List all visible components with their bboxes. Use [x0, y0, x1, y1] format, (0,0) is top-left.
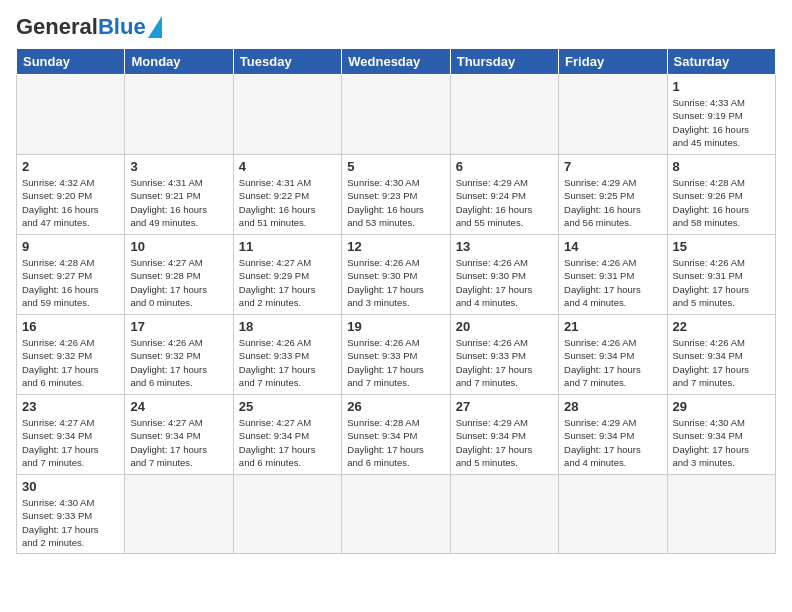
- calendar-day-cell: [559, 475, 667, 554]
- day-info: Sunrise: 4:27 AM Sunset: 9:34 PM Dayligh…: [239, 416, 336, 469]
- day-info: Sunrise: 4:29 AM Sunset: 9:25 PM Dayligh…: [564, 176, 661, 229]
- day-info: Sunrise: 4:27 AM Sunset: 9:29 PM Dayligh…: [239, 256, 336, 309]
- column-header-wednesday: Wednesday: [342, 49, 450, 75]
- logo: GeneralBlue: [16, 16, 162, 38]
- calendar-day-cell: 23Sunrise: 4:27 AM Sunset: 9:34 PM Dayli…: [17, 395, 125, 475]
- day-info: Sunrise: 4:30 AM Sunset: 9:34 PM Dayligh…: [673, 416, 770, 469]
- day-number: 19: [347, 319, 444, 334]
- day-number: 24: [130, 399, 227, 414]
- day-info: Sunrise: 4:29 AM Sunset: 9:34 PM Dayligh…: [564, 416, 661, 469]
- day-number: 26: [347, 399, 444, 414]
- calendar-day-cell: 8Sunrise: 4:28 AM Sunset: 9:26 PM Daylig…: [667, 155, 775, 235]
- calendar-day-cell: 29Sunrise: 4:30 AM Sunset: 9:34 PM Dayli…: [667, 395, 775, 475]
- calendar-day-cell: 9Sunrise: 4:28 AM Sunset: 9:27 PM Daylig…: [17, 235, 125, 315]
- logo-blue: Blue: [98, 14, 146, 39]
- calendar-day-cell: 25Sunrise: 4:27 AM Sunset: 9:34 PM Dayli…: [233, 395, 341, 475]
- day-info: Sunrise: 4:26 AM Sunset: 9:30 PM Dayligh…: [456, 256, 553, 309]
- calendar-day-cell: [233, 475, 341, 554]
- day-info: Sunrise: 4:32 AM Sunset: 9:20 PM Dayligh…: [22, 176, 119, 229]
- calendar-day-cell: [667, 475, 775, 554]
- day-info: Sunrise: 4:26 AM Sunset: 9:32 PM Dayligh…: [22, 336, 119, 389]
- day-number: 20: [456, 319, 553, 334]
- day-info: Sunrise: 4:26 AM Sunset: 9:32 PM Dayligh…: [130, 336, 227, 389]
- day-number: 23: [22, 399, 119, 414]
- calendar-day-cell: 14Sunrise: 4:26 AM Sunset: 9:31 PM Dayli…: [559, 235, 667, 315]
- calendar-day-cell: [450, 75, 558, 155]
- calendar-day-cell: 2Sunrise: 4:32 AM Sunset: 9:20 PM Daylig…: [17, 155, 125, 235]
- day-number: 3: [130, 159, 227, 174]
- day-number: 9: [22, 239, 119, 254]
- day-number: 18: [239, 319, 336, 334]
- calendar-day-cell: 6Sunrise: 4:29 AM Sunset: 9:24 PM Daylig…: [450, 155, 558, 235]
- calendar-day-cell: 21Sunrise: 4:26 AM Sunset: 9:34 PM Dayli…: [559, 315, 667, 395]
- day-number: 2: [22, 159, 119, 174]
- calendar-week-row: 30Sunrise: 4:30 AM Sunset: 9:33 PM Dayli…: [17, 475, 776, 554]
- day-number: 28: [564, 399, 661, 414]
- calendar-week-row: 16Sunrise: 4:26 AM Sunset: 9:32 PM Dayli…: [17, 315, 776, 395]
- calendar-day-cell: 26Sunrise: 4:28 AM Sunset: 9:34 PM Dayli…: [342, 395, 450, 475]
- column-header-thursday: Thursday: [450, 49, 558, 75]
- day-info: Sunrise: 4:26 AM Sunset: 9:33 PM Dayligh…: [239, 336, 336, 389]
- day-number: 21: [564, 319, 661, 334]
- day-info: Sunrise: 4:26 AM Sunset: 9:31 PM Dayligh…: [673, 256, 770, 309]
- calendar-day-cell: 10Sunrise: 4:27 AM Sunset: 9:28 PM Dayli…: [125, 235, 233, 315]
- day-info: Sunrise: 4:27 AM Sunset: 9:34 PM Dayligh…: [22, 416, 119, 469]
- day-info: Sunrise: 4:33 AM Sunset: 9:19 PM Dayligh…: [673, 96, 770, 149]
- logo-triangle-icon: [148, 16, 162, 38]
- day-info: Sunrise: 4:31 AM Sunset: 9:22 PM Dayligh…: [239, 176, 336, 229]
- day-number: 27: [456, 399, 553, 414]
- column-header-monday: Monday: [125, 49, 233, 75]
- calendar-day-cell: 15Sunrise: 4:26 AM Sunset: 9:31 PM Dayli…: [667, 235, 775, 315]
- day-number: 15: [673, 239, 770, 254]
- logo-text: GeneralBlue: [16, 16, 146, 38]
- day-number: 1: [673, 79, 770, 94]
- day-info: Sunrise: 4:26 AM Sunset: 9:33 PM Dayligh…: [456, 336, 553, 389]
- day-info: Sunrise: 4:27 AM Sunset: 9:28 PM Dayligh…: [130, 256, 227, 309]
- calendar-day-cell: 12Sunrise: 4:26 AM Sunset: 9:30 PM Dayli…: [342, 235, 450, 315]
- calendar-day-cell: 30Sunrise: 4:30 AM Sunset: 9:33 PM Dayli…: [17, 475, 125, 554]
- day-number: 12: [347, 239, 444, 254]
- day-info: Sunrise: 4:26 AM Sunset: 9:34 PM Dayligh…: [673, 336, 770, 389]
- day-info: Sunrise: 4:31 AM Sunset: 9:21 PM Dayligh…: [130, 176, 227, 229]
- calendar-day-cell: 27Sunrise: 4:29 AM Sunset: 9:34 PM Dayli…: [450, 395, 558, 475]
- day-number: 13: [456, 239, 553, 254]
- column-header-tuesday: Tuesday: [233, 49, 341, 75]
- calendar-day-cell: 19Sunrise: 4:26 AM Sunset: 9:33 PM Dayli…: [342, 315, 450, 395]
- logo-general: General: [16, 14, 98, 39]
- day-number: 5: [347, 159, 444, 174]
- day-number: 8: [673, 159, 770, 174]
- calendar-day-cell: 13Sunrise: 4:26 AM Sunset: 9:30 PM Dayli…: [450, 235, 558, 315]
- calendar-header-row: SundayMondayTuesdayWednesdayThursdayFrid…: [17, 49, 776, 75]
- day-info: Sunrise: 4:30 AM Sunset: 9:23 PM Dayligh…: [347, 176, 444, 229]
- day-number: 14: [564, 239, 661, 254]
- calendar-day-cell: 4Sunrise: 4:31 AM Sunset: 9:22 PM Daylig…: [233, 155, 341, 235]
- calendar-day-cell: 28Sunrise: 4:29 AM Sunset: 9:34 PM Dayli…: [559, 395, 667, 475]
- calendar-day-cell: [17, 75, 125, 155]
- calendar-day-cell: 1Sunrise: 4:33 AM Sunset: 9:19 PM Daylig…: [667, 75, 775, 155]
- calendar-day-cell: [342, 75, 450, 155]
- day-number: 6: [456, 159, 553, 174]
- day-info: Sunrise: 4:26 AM Sunset: 9:33 PM Dayligh…: [347, 336, 444, 389]
- calendar-day-cell: 17Sunrise: 4:26 AM Sunset: 9:32 PM Dayli…: [125, 315, 233, 395]
- day-number: 7: [564, 159, 661, 174]
- calendar-table: SundayMondayTuesdayWednesdayThursdayFrid…: [16, 48, 776, 554]
- day-info: Sunrise: 4:29 AM Sunset: 9:24 PM Dayligh…: [456, 176, 553, 229]
- day-info: Sunrise: 4:26 AM Sunset: 9:34 PM Dayligh…: [564, 336, 661, 389]
- column-header-friday: Friday: [559, 49, 667, 75]
- day-info: Sunrise: 4:26 AM Sunset: 9:30 PM Dayligh…: [347, 256, 444, 309]
- column-header-sunday: Sunday: [17, 49, 125, 75]
- day-number: 11: [239, 239, 336, 254]
- day-info: Sunrise: 4:27 AM Sunset: 9:34 PM Dayligh…: [130, 416, 227, 469]
- header: GeneralBlue: [16, 16, 776, 38]
- calendar-day-cell: 3Sunrise: 4:31 AM Sunset: 9:21 PM Daylig…: [125, 155, 233, 235]
- day-info: Sunrise: 4:28 AM Sunset: 9:27 PM Dayligh…: [22, 256, 119, 309]
- day-info: Sunrise: 4:29 AM Sunset: 9:34 PM Dayligh…: [456, 416, 553, 469]
- day-info: Sunrise: 4:28 AM Sunset: 9:26 PM Dayligh…: [673, 176, 770, 229]
- calendar-day-cell: [450, 475, 558, 554]
- calendar-day-cell: [559, 75, 667, 155]
- calendar-day-cell: 5Sunrise: 4:30 AM Sunset: 9:23 PM Daylig…: [342, 155, 450, 235]
- calendar-day-cell: 7Sunrise: 4:29 AM Sunset: 9:25 PM Daylig…: [559, 155, 667, 235]
- column-header-saturday: Saturday: [667, 49, 775, 75]
- day-number: 4: [239, 159, 336, 174]
- day-info: Sunrise: 4:30 AM Sunset: 9:33 PM Dayligh…: [22, 496, 119, 549]
